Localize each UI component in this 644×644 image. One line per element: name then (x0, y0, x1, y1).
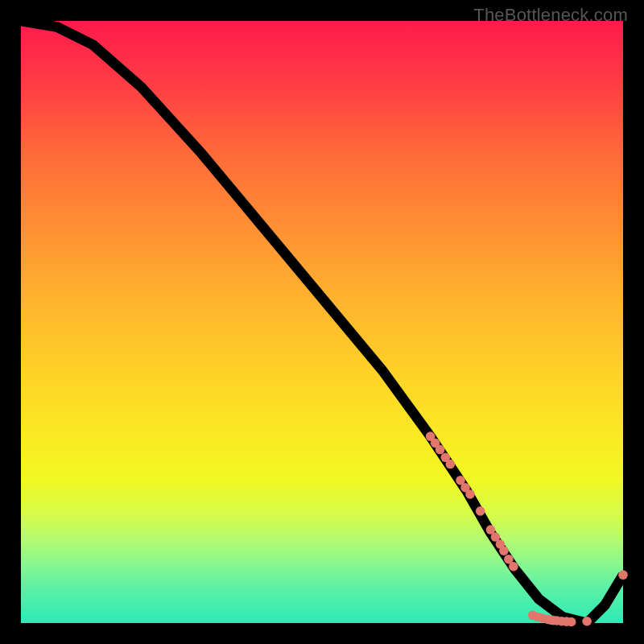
chart-svg-overlay (21, 21, 623, 623)
curve-marker (582, 617, 592, 626)
curve-marker (465, 489, 475, 499)
curve-markers (426, 431, 628, 626)
curve-marker (446, 460, 456, 469)
curve-marker (509, 562, 518, 572)
curve-marker (499, 546, 509, 555)
curve-marker (436, 445, 445, 455)
bottleneck-curve-line (21, 21, 623, 623)
curve-marker (618, 570, 628, 580)
chart-outer-frame: TheBottleneck.com (0, 0, 644, 644)
curve-marker (567, 617, 576, 627)
curve-marker (476, 506, 485, 516)
